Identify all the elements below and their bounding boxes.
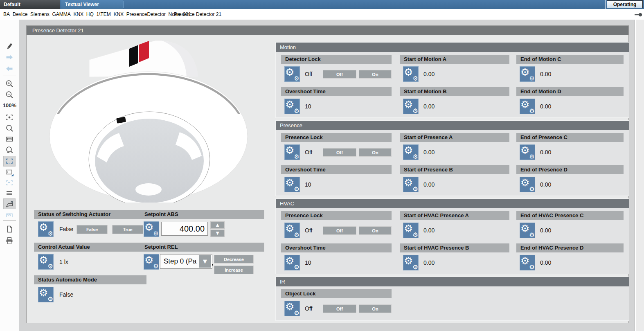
gear-icon[interactable]: ⚙⚙: [38, 287, 54, 302]
gear-icon[interactable]: ⚙⚙: [520, 99, 535, 114]
gear-icon[interactable]: ⚙⚙: [284, 99, 300, 114]
gear-icon[interactable]: ⚙⚙: [144, 254, 159, 270]
off-button[interactable]: Off: [323, 226, 356, 235]
gear-icon[interactable]: ⚙⚙: [38, 221, 54, 237]
node-graph-icon[interactable]: [3, 209, 16, 220]
field-label: Start of Motion B: [400, 87, 509, 96]
gear-icon[interactable]: ⚙⚙: [38, 254, 54, 270]
printer-icon[interactable]: [3, 235, 16, 246]
tab-default[interactable]: Default: [0, 0, 60, 9]
field-label: Overshoot Time: [281, 243, 392, 252]
redo-arrow-icon[interactable]: [3, 52, 16, 63]
section-title: Presence: [276, 121, 629, 130]
zoom-in-icon[interactable]: [3, 79, 16, 89]
gear-icon[interactable]: ⚙⚙: [520, 144, 535, 160]
zoom-level-label[interactable]: 100%: [0, 102, 19, 108]
magnifier-icon[interactable]: [3, 123, 16, 134]
setpoint-rel-dropdown[interactable]: Step 0 (Pa ▼: [160, 254, 212, 269]
undo-arrow-icon[interactable]: [3, 63, 16, 74]
field-end-of-motion-c: End of Motion C ⚙⚙ 0.00: [516, 55, 624, 83]
field-start-of-motion-a: Start of Motion A ⚙⚙ 0.00: [400, 55, 509, 83]
false-button[interactable]: False: [77, 225, 108, 234]
field-setpoint-abs: Setpoint ABS ⚙⚙ ▲ ▼: [140, 210, 264, 238]
layers-icon[interactable]: [3, 188, 16, 198]
zoom-selection-icon[interactable]: [3, 145, 16, 155]
increase-button[interactable]: Increase: [214, 266, 254, 274]
presence-detector-image: [39, 37, 266, 203]
field-label: Start of Presence A: [400, 133, 509, 142]
field-value: 0.00: [423, 181, 435, 188]
field-overshoot-time: Overshoot Time ⚙⚙ 10: [281, 87, 392, 115]
field-value: 0.00: [540, 149, 551, 155]
tab-textual-viewer[interactable]: Textual Viewer: [61, 0, 123, 9]
decrease-button[interactable]: Decrease: [214, 255, 254, 263]
tab-separator: [123, 1, 124, 8]
field-value: 0.00: [423, 103, 435, 110]
off-button[interactable]: Off: [323, 70, 356, 79]
on-button[interactable]: On: [359, 304, 392, 313]
spin-up-button[interactable]: ▲: [210, 221, 225, 229]
field-value: 10: [305, 103, 311, 110]
gear-icon[interactable]: ⚙⚙: [403, 66, 419, 82]
gear-icon[interactable]: ⚙⚙: [284, 66, 300, 82]
gear-icon[interactable]: ⚙⚙: [284, 301, 300, 316]
true-button[interactable]: True: [112, 225, 143, 234]
viewport-icon[interactable]: [3, 134, 16, 144]
gear-icon[interactable]: ⚙⚙: [403, 99, 419, 114]
on-button[interactable]: On: [359, 148, 392, 157]
gear-icon[interactable]: ⚙⚙: [284, 177, 300, 192]
gear-icon[interactable]: ⚙⚙: [520, 255, 535, 270]
split-view-icon[interactable]: [3, 167, 16, 178]
chevron-down-icon[interactable]: ▼: [199, 255, 211, 268]
field-label: Setpoint ABS: [140, 210, 264, 219]
right-rail[interactable]: [635, 20, 644, 331]
field-end-of-motion-d: End of Motion D ⚙⚙ 0.00: [516, 87, 624, 115]
select-area-alt-icon[interactable]: [3, 178, 16, 188]
gear-icon[interactable]: ⚙⚙: [520, 66, 535, 82]
gear-icon[interactable]: ⚙⚙: [520, 223, 535, 238]
operating-mode-button[interactable]: Operating: [607, 0, 643, 8]
field-value: 10: [305, 181, 311, 188]
toolbar-divider: [3, 221, 16, 221]
tag-gear-icon[interactable]: [3, 198, 16, 209]
field-value: False: [59, 226, 73, 232]
field-end-of-hvac-presence-d: End of HVAC Presence D ⚙⚙ 0.00: [516, 243, 624, 271]
gear-icon[interactable]: ⚙⚙: [403, 255, 419, 270]
off-button[interactable]: Off: [323, 304, 356, 313]
field-label: End of HVAC Presence D: [516, 243, 624, 252]
gear-icon[interactable]: ⚙⚙: [284, 223, 300, 238]
field-value: Off: [305, 305, 312, 312]
gear-icon[interactable]: ⚙⚙: [284, 255, 300, 270]
dropdown-value: Step 0 (Pa: [164, 257, 199, 266]
field-label: Object Lock: [281, 289, 392, 298]
field-value: 0.00: [540, 181, 551, 188]
setpoint-abs-input[interactable]: [161, 222, 208, 236]
on-button[interactable]: On: [359, 70, 392, 79]
gear-icon[interactable]: ⚙⚙: [284, 144, 300, 160]
off-button[interactable]: Off: [323, 148, 356, 157]
zoom-out-icon[interactable]: [3, 90, 16, 100]
spin-down-button[interactable]: ▼: [210, 230, 225, 237]
gear-icon[interactable]: ⚙⚙: [403, 144, 419, 160]
document-icon[interactable]: [3, 224, 16, 234]
field-end-of-presence-c: End of Presence C ⚙⚙ 0.00: [516, 133, 624, 161]
field-label: Setpoint REL: [140, 243, 264, 252]
field-start-of-hvac-presence-b: Start of HVAC Presence B ⚙⚙ 0.00: [400, 243, 509, 271]
field-overshoot-time: Overshoot Time ⚙⚙ 10: [281, 243, 392, 271]
gear-icon[interactable]: ⚙⚙: [520, 177, 535, 192]
field-status-automatic-mode: Status Automatic Mode ⚙⚙ False: [34, 275, 146, 303]
gear-icon[interactable]: ⚙⚙: [144, 221, 159, 237]
field-detector-lock: Detector Lock ⚙⚙ Off Off On: [281, 55, 392, 83]
section-hvac: HVAC Presence Lock ⚙⚙ Off Off On Start o…: [275, 198, 629, 274]
field-label: Start of Motion A: [400, 55, 509, 64]
breadcrumb-path[interactable]: BA_Device_Siemens_GAMMA_KNX_HQ_1\TEM_KNX…: [3, 11, 191, 17]
gear-icon[interactable]: ⚙⚙: [403, 223, 419, 238]
pen-icon[interactable]: [3, 41, 16, 51]
gear-icon[interactable]: ⚙⚙: [403, 177, 419, 192]
pin-icon[interactable]: [634, 12, 642, 17]
fit-view-icon[interactable]: [3, 112, 16, 123]
on-button[interactable]: On: [359, 226, 392, 235]
select-area-icon[interactable]: [3, 156, 16, 167]
presence-detector-panel: Presence Detector 21: [26, 25, 629, 323]
field-start-of-presence-a: Start of Presence A ⚙⚙ 0.00: [400, 133, 509, 161]
